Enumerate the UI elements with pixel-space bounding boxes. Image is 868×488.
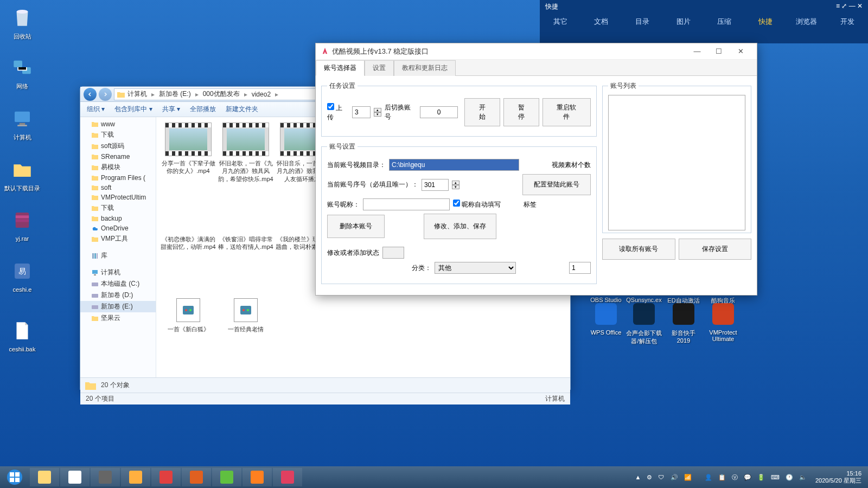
dialog-tab[interactable]: 设置	[365, 60, 394, 76]
breadcrumb-segment[interactable]: 000优酷发布	[201, 89, 242, 99]
desktop-icon-计算机[interactable]: 计算机	[3, 105, 41, 142]
sidebar-item[interactable]: VMP工具	[80, 233, 156, 245]
sidebar-item[interactable]: 计算机	[80, 267, 156, 278]
sidebar-item[interactable]: 下载	[80, 129, 156, 140]
desktop-icon-回收站[interactable]: 回收站	[3, 4, 41, 41]
nickname-auto-checkbox[interactable]: 昵称自动填写	[453, 200, 501, 209]
save-settings-button[interactable]: 保存设置	[679, 239, 752, 260]
sidebar-item[interactable]: 本地磁盘 (C:)	[80, 278, 156, 290]
desktop-icon-ceshii.bak[interactable]: ceshii.bak	[3, 318, 41, 352]
toolbar-item[interactable]: 包含到库中 ▾	[114, 105, 152, 114]
one-input[interactable]	[569, 262, 591, 274]
maximize-button[interactable]: ☐	[708, 47, 730, 55]
desktop-icon[interactable]: 会声会影下载器/解压包	[625, 301, 663, 345]
taskbar-app[interactable]	[91, 468, 120, 486]
quick-tab[interactable]: 开发	[827, 14, 868, 30]
file-icon	[9, 318, 35, 344]
nickname-input[interactable]	[363, 198, 450, 210]
sidebar-item[interactable]: soft	[80, 183, 156, 192]
quick-tab[interactable]: 浏览器	[786, 14, 827, 30]
desktop-icon[interactable]: VMProtect Ultimate	[704, 301, 742, 342]
taskbar-app[interactable]	[121, 468, 150, 486]
quick-tab[interactable]: 快捷	[745, 14, 786, 30]
sidebar-item[interactable]: 下载	[80, 202, 156, 214]
config-login-button[interactable]: 配置登陆此账号	[522, 174, 591, 195]
app-icon	[671, 301, 697, 327]
upload-count-spinner[interactable]: ▴▾	[374, 108, 381, 117]
quick-tab[interactable]: 文档	[581, 14, 622, 30]
toolbar-item[interactable]: 组织 ▾	[87, 105, 105, 114]
file-thumb[interactable]: 分享一首《下辈子做你的女人》.mp4	[159, 123, 217, 204]
desktop-icon[interactable]: WPS Office	[587, 301, 625, 336]
taskbar-app[interactable]	[60, 468, 90, 486]
sidebar-item[interactable]: soft源码	[80, 140, 156, 152]
category-select[interactable]: 其他	[435, 262, 516, 274]
modify-add-save-button[interactable]: 修改、添加、保存	[424, 214, 496, 239]
account-seq-spinner[interactable]: ▴▾	[452, 181, 459, 189]
desktop-icon-ceshi.e[interactable]: 易ceshi.e	[3, 258, 41, 293]
taskbar-app[interactable]	[151, 468, 181, 486]
sidebar-item[interactable]: backup	[80, 214, 156, 223]
close-button[interactable]: ✕	[730, 47, 751, 55]
breadcrumb-segment[interactable]: 计算机	[125, 89, 149, 99]
breadcrumb-segment[interactable]: 新加卷 (E:)	[157, 89, 193, 99]
desktop-icon[interactable]: 影音快手 2019	[665, 301, 703, 344]
sidebar-item[interactable]: www	[80, 119, 156, 129]
sidebar-item[interactable]: OneDrive	[80, 223, 156, 233]
pause-button[interactable]: 暂停	[503, 98, 539, 126]
delete-account-button[interactable]: 删除本账号	[327, 215, 385, 238]
sidebar-item-label: 计算机	[101, 268, 120, 277]
restart-button[interactable]: 重启软件	[542, 98, 591, 126]
quick-tab[interactable]: 图片	[663, 14, 704, 30]
tray-icons[interactable]: ▲ ⚙ 🛡 🔊 📶	[635, 474, 693, 481]
quick-tab[interactable]: 压缩	[704, 14, 745, 30]
taskbar-app[interactable]	[182, 468, 211, 486]
dialog-tab[interactable]: 教程和更新日志	[394, 60, 456, 76]
file-thumb[interactable]: 《铁窗泪》唱得非常棒，送给有情人.mp4	[217, 208, 275, 290]
account-seq-input[interactable]	[422, 179, 449, 191]
quick-panel-controls[interactable]: ≡ ⤢ — ✕	[836, 2, 863, 11]
sidebar-item[interactable]: 新加卷 (E:)	[80, 301, 156, 312]
sidebar-item[interactable]: 新加卷 (D:)	[80, 290, 156, 301]
account-listbox[interactable]	[608, 95, 745, 230]
taskbar-app[interactable]	[30, 468, 59, 486]
upload-checkbox[interactable]: 上传	[327, 103, 349, 122]
toolbar-item[interactable]: 全部播放	[190, 105, 216, 114]
video-dir-input[interactable]	[389, 159, 519, 171]
desktop-icon-网络[interactable]: 网络	[3, 54, 41, 91]
file-thumb[interactable]: 一首经典老情	[217, 294, 275, 375]
toolbar-item[interactable]: 共享 ▾	[162, 105, 180, 114]
file-thumb[interactable]: 《初恋佛歌》满满的甜蜜回忆，动听.mp4	[159, 208, 217, 290]
file-thumb[interactable]: 怀旧老歌，一首《九月九的酒》独具风韵，希望你快乐.mp4	[217, 123, 275, 204]
desktop-icon-默认下载目录[interactable]: 默认下载目录	[3, 156, 41, 192]
sidebar-item[interactable]: SRename	[80, 152, 156, 162]
taskbar-app[interactable]	[242, 468, 272, 486]
tray-icons-2[interactable]: 👤 📋 ⓥ 💬 🔋 ⌨ 🕐 🔈	[705, 473, 809, 481]
sidebar-item[interactable]: Program Files (	[80, 173, 156, 183]
read-all-accounts-button[interactable]: 读取所有账号	[602, 239, 675, 260]
start-button[interactable]	[0, 466, 29, 488]
chevron-right-icon: ▸	[193, 91, 201, 98]
sidebar-item[interactable]: 易模块	[80, 162, 156, 173]
desktop-icon-yj.rar[interactable]: yj.rar	[3, 207, 41, 242]
start-button[interactable]: 开始	[464, 98, 500, 126]
dialog-tab[interactable]: 账号选择器	[316, 60, 365, 76]
computer-icon	[9, 105, 35, 131]
toolbar-item[interactable]: 新建文件夹	[226, 105, 258, 114]
file-thumb[interactable]: 一首《新白狐》	[159, 294, 217, 375]
upload-count-input[interactable]	[352, 106, 371, 118]
taskbar-app[interactable]	[212, 468, 241, 486]
sidebar-item[interactable]: 坚果云	[80, 312, 156, 324]
nav-back-button[interactable]	[84, 88, 97, 101]
nav-forward-button[interactable]	[99, 88, 112, 101]
svg-rect-3	[15, 112, 30, 122]
sidebar-item-label: 新加卷 (D:)	[101, 291, 133, 300]
minimize-button[interactable]: —	[686, 47, 708, 55]
sidebar-item[interactable]: 库	[80, 250, 156, 261]
taskbar-app[interactable]	[273, 468, 302, 486]
quick-tab[interactable]: 其它	[540, 14, 581, 30]
quick-tab[interactable]: 目录	[622, 14, 663, 30]
breadcrumb-segment[interactable]: video2	[250, 91, 273, 98]
sidebar-item[interactable]: VMProtectUltim	[80, 192, 156, 202]
taskbar-clock[interactable]: 15:16 2020/5/20 星期三	[812, 470, 865, 484]
